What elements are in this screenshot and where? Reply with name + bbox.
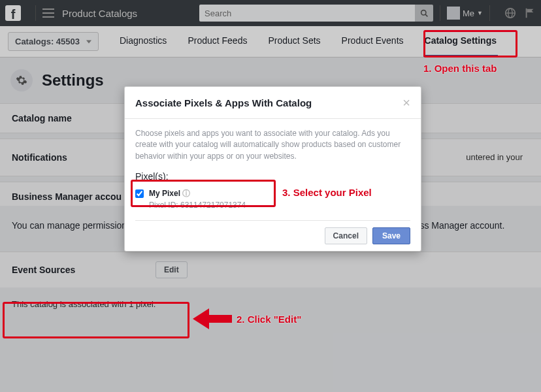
pixel-checkbox[interactable] [135, 189, 144, 198]
pixels-header: Pixel(s): [135, 171, 410, 182]
close-icon[interactable]: × [402, 96, 410, 109]
cancel-button[interactable]: Cancel [325, 227, 367, 244]
save-button[interactable]: Save [372, 227, 410, 244]
modal-description: Choose pixels and apps you want to assoc… [135, 128, 410, 162]
modal-associate-pixels: Associate Pixels & Apps With Catalog × C… [124, 86, 421, 252]
pixel-item[interactable]: My Pixel ⓘ Pixel ID: 631147217071374 [135, 186, 410, 216]
info-icon: ⓘ [182, 189, 190, 198]
modal-title: Associate Pixels & Apps With Catalog [135, 97, 402, 108]
pixel-name: My Pixel ⓘ [149, 188, 246, 199]
pixel-id: Pixel ID: 631147217071374 [149, 201, 246, 210]
